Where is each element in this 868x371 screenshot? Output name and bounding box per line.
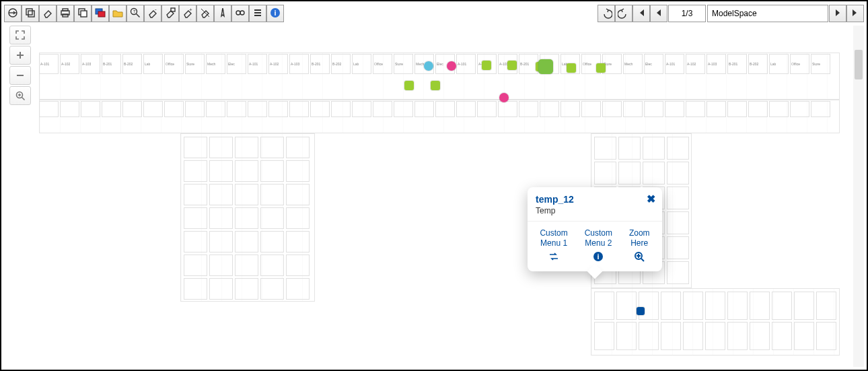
next-page-button[interactable]	[829, 5, 846, 22]
floorplan-room	[435, 101, 455, 117]
floorplan-room	[772, 322, 792, 350]
last-page-icon	[849, 7, 861, 21]
sensor-marker-green[interactable]	[431, 81, 440, 90]
zoom-window-button[interactable]	[9, 86, 31, 105]
floorplan-room	[394, 54, 413, 74]
floorplan-room	[750, 322, 770, 350]
floorplan-room	[477, 101, 497, 117]
floorplan-room	[618, 137, 641, 160]
svg-rect-2	[28, 11, 34, 17]
sensor-marker-green[interactable]	[596, 63, 606, 73]
layers-button[interactable]	[22, 5, 39, 22]
eraser-clear-button[interactable]	[196, 5, 214, 22]
vertical-scrollbar[interactable]	[853, 26, 864, 367]
floorplan-room	[209, 160, 233, 182]
popover-action-custom2[interactable]: CustomMenu 2 i	[585, 228, 612, 262]
sensor-marker-pink[interactable]	[447, 61, 456, 71]
sensor-marker-pink[interactable]	[499, 93, 509, 102]
floorplan-room	[164, 101, 184, 117]
list-button[interactable]	[249, 5, 266, 22]
floorplan-room	[686, 54, 705, 74]
undo-icon	[600, 7, 612, 21]
floorplan-room	[286, 231, 310, 252]
floorplan-room	[352, 101, 371, 117]
floorplan-room	[102, 54, 121, 74]
eraser-minus-button[interactable]: -	[144, 5, 161, 22]
redo-button[interactable]	[615, 5, 632, 22]
first-page-button[interactable]	[632, 5, 650, 22]
svg-point-15	[222, 9, 224, 11]
floorplan-room	[164, 54, 184, 74]
floorplan-room	[623, 54, 643, 74]
sensor-marker-green[interactable]	[482, 61, 491, 70]
print-button[interactable]	[57, 5, 74, 22]
eraser-select-button[interactable]	[161, 5, 179, 22]
copy-button[interactable]	[74, 5, 92, 22]
info-button[interactable]: i	[266, 5, 284, 22]
page-indicator[interactable]: 1/3	[668, 5, 706, 22]
toolbar: T-+i 1/3 ModelSpace	[4, 4, 864, 23]
floorplan-room	[456, 101, 476, 117]
floorplan-room	[644, 54, 663, 74]
svg-text:-: -	[155, 7, 157, 12]
zoom-in-button[interactable]	[9, 46, 31, 65]
floorplan-room	[811, 54, 830, 74]
floorplan-room	[185, 54, 205, 74]
floorplan-room	[235, 278, 258, 300]
floorplan-room	[667, 137, 689, 160]
text-search-button[interactable]: T	[126, 5, 144, 22]
floorplan-room	[310, 54, 330, 74]
sensor-marker-green[interactable]	[507, 61, 517, 70]
zoom-out-button[interactable]	[9, 66, 31, 85]
floorplan-canvas[interactable]: A-101A-102A-103B-201B-202LabOfficeStoreM…	[39, 26, 853, 342]
floorplan-room	[618, 162, 641, 184]
eraser-minus-icon: -	[147, 7, 159, 21]
floorplan-room	[286, 207, 310, 229]
windows-button[interactable]	[92, 5, 109, 22]
floorplan-room	[594, 137, 616, 160]
sensor-marker-green[interactable]	[567, 63, 576, 73]
popover-action-zoom[interactable]: ZoomHere	[629, 228, 650, 262]
sensor-marker-cyan[interactable]	[424, 61, 433, 71]
floorplan-room	[498, 101, 517, 117]
floorplan-room	[260, 207, 284, 229]
floorplan-room	[260, 231, 284, 252]
floorplan-room	[794, 322, 814, 350]
popover-action-custom1[interactable]: CustomMenu 1	[540, 228, 567, 262]
floorplan-room	[143, 54, 163, 74]
link-button[interactable]	[231, 5, 249, 22]
prev-page-icon	[653, 7, 665, 21]
sensor-marker-green-large[interactable]	[538, 59, 553, 74]
open-button[interactable]	[109, 5, 126, 22]
floorplan-room	[39, 54, 59, 74]
sensor-marker-selected[interactable]	[637, 307, 645, 315]
floorplan-room	[268, 101, 288, 117]
floorplan-room	[289, 54, 309, 74]
floorplan-room	[705, 322, 725, 350]
navigate-button[interactable]	[4, 5, 22, 22]
svg-text:i: i	[598, 252, 600, 261]
close-icon[interactable]: ✖	[647, 193, 655, 205]
floorplan-room	[184, 231, 207, 252]
floorplan-room	[235, 255, 258, 276]
undo-button[interactable]	[598, 5, 615, 22]
view-name-dropdown[interactable]: ModelSpace	[707, 5, 828, 22]
zoom-extents-button[interactable]	[9, 26, 31, 44]
floorplan-room	[661, 292, 681, 320]
eraser-button[interactable]	[39, 5, 57, 22]
last-page-button[interactable]	[846, 5, 864, 22]
floorplan-room	[707, 54, 726, 74]
scrollbar-thumb[interactable]	[855, 50, 863, 79]
print-icon	[59, 7, 71, 21]
floorplan-room	[331, 54, 351, 74]
sensor-marker-green[interactable]	[404, 81, 414, 90]
floorplan-room	[260, 160, 284, 182]
eraser-plus-button[interactable]: +	[179, 5, 196, 22]
floorplan-room	[683, 322, 703, 350]
prev-page-button[interactable]	[650, 5, 667, 22]
floorplan-room	[623, 101, 643, 117]
compass-button[interactable]	[214, 5, 231, 22]
open-icon	[112, 7, 124, 21]
floorplan-room	[519, 101, 538, 117]
floorplan-room	[602, 101, 622, 117]
